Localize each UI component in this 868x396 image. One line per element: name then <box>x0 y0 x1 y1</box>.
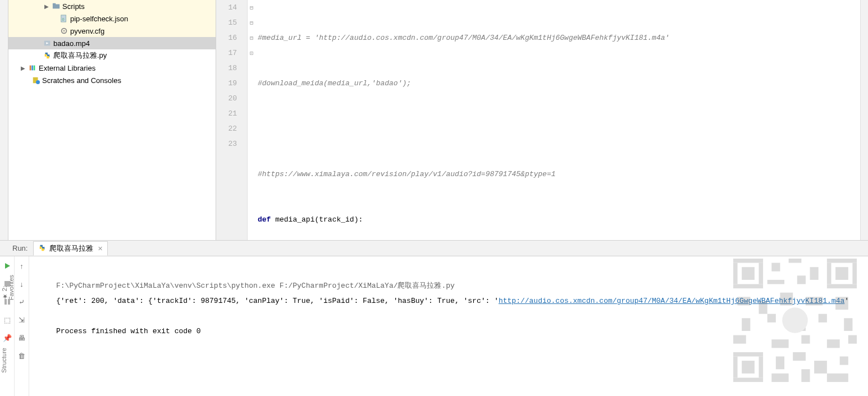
output-json-pre: {'ret': 200, 'data': {'trackId': 9879174… <box>56 297 499 305</box>
svg-rect-41 <box>768 314 776 323</box>
svg-rect-46 <box>771 339 788 348</box>
svg-rect-45 <box>733 335 746 344</box>
tree-item-crawler[interactable]: 爬取喜马拉雅.py <box>8 49 216 62</box>
svg-rect-0 <box>53 4 60 9</box>
svg-rect-53 <box>840 356 848 365</box>
svg-rect-13 <box>4 299 7 305</box>
python-file-icon <box>38 244 46 254</box>
close-icon[interactable]: ✕ <box>98 245 103 252</box>
output-exec-path: F:\PyCharmProject\XiMaLaYa\venv\Scripts\… <box>56 282 455 290</box>
svg-rect-54 <box>771 374 788 382</box>
code-editor[interactable]: 14151617181920212223 ⊟⊟⊟⊡ #media_url = '… <box>216 0 868 240</box>
cfg-file-icon <box>59 26 69 35</box>
tree-item-pip[interactable]: {} pip-selfcheck.json <box>8 12 216 25</box>
svg-rect-25 <box>733 352 763 357</box>
svg-rect-33 <box>768 280 784 284</box>
line-gutter: 14151617181920212223 <box>216 0 248 240</box>
rerun-button[interactable] <box>2 261 12 271</box>
tree-label: pyvenv.cfg <box>69 27 104 35</box>
svg-rect-47 <box>801 335 810 344</box>
project-tree[interactable]: ▶ Scripts {} pip-selfcheck.json pyvenv.c… <box>8 0 216 240</box>
svg-rect-20 <box>827 259 857 263</box>
trash-button[interactable]: 🗑 <box>17 351 27 361</box>
editor-scrollbar[interactable] <box>860 0 868 240</box>
down-button[interactable]: ↓ <box>17 279 27 289</box>
svg-rect-14 <box>8 299 10 305</box>
run-tool-column: ⬚ 📌 ↑ ↓ ⤶ ⇲ 🖶 🗑 <box>0 256 29 396</box>
run-panel-header: Run: 爬取喜马拉雅 ✕ <box>0 241 868 256</box>
svg-rect-28 <box>733 377 763 382</box>
tree-item-badao[interactable]: badao.mp4 <box>8 37 216 49</box>
python-file-icon <box>42 51 52 60</box>
svg-rect-44 <box>844 318 852 331</box>
svg-rect-19 <box>742 267 755 280</box>
tree-label: pip-selfcheck.json <box>69 15 128 23</box>
svg-rect-40 <box>742 318 750 331</box>
tree-label: External Libraries <box>38 64 95 72</box>
svg-point-11 <box>36 80 40 84</box>
pause-button[interactable] <box>2 297 12 307</box>
json-file-icon: {} <box>59 14 69 23</box>
wrap-button[interactable]: ⤶ <box>17 297 27 307</box>
run-tab[interactable]: 爬取喜马拉雅 ✕ <box>33 241 108 256</box>
svg-rect-24 <box>835 267 848 280</box>
run-panel: Run: 爬取喜马拉雅 ✕ ⬚ 📌 ↑ ↓ ⤶ <box>0 240 868 396</box>
run-tab-label: 爬取喜马拉雅 <box>46 243 93 254</box>
up-button[interactable]: ↑ <box>17 261 27 271</box>
svg-rect-18 <box>733 284 763 289</box>
tree-item-scratches[interactable]: Scratches and Consoles <box>8 74 216 86</box>
svg-rect-17 <box>759 263 764 284</box>
tree-item-pyvenv[interactable]: pyvenv.cfg <box>8 25 216 37</box>
svg-rect-22 <box>852 263 857 284</box>
svg-rect-36 <box>759 301 768 314</box>
output-exit-line: Process finished with exit code 0 <box>56 327 200 335</box>
folder-icon <box>51 2 61 11</box>
tree-item-scripts[interactable]: ▶ Scripts <box>8 0 216 12</box>
left-tool-strip: ★ 2: Favorites Structure <box>0 0 8 240</box>
svg-rect-9 <box>34 66 35 71</box>
dump-button[interactable]: ⬚ <box>2 315 12 325</box>
svg-rect-21 <box>827 263 832 284</box>
svg-rect-7 <box>30 66 31 71</box>
code-area[interactable]: #media_url = 'http://audio.cos.xmcdn.com… <box>255 0 860 240</box>
svg-rect-27 <box>759 356 764 377</box>
svg-rect-31 <box>789 259 802 263</box>
svg-rect-15 <box>733 259 763 263</box>
pin-button[interactable]: 📌 <box>2 333 12 343</box>
svg-rect-49 <box>848 335 857 344</box>
svg-rect-52 <box>814 361 827 374</box>
chevron-right-icon[interactable]: ▶ <box>42 3 51 10</box>
svg-rect-12 <box>4 281 10 287</box>
scratches-icon <box>31 76 41 85</box>
svg-rect-38 <box>806 297 823 305</box>
libraries-icon <box>28 63 38 72</box>
svg-rect-32 <box>810 267 819 280</box>
svg-rect-37 <box>780 293 793 306</box>
svg-rect-26 <box>733 356 738 377</box>
stop-button[interactable] <box>2 279 12 289</box>
svg-rect-34 <box>797 275 806 284</box>
svg-rect-29 <box>742 361 755 374</box>
svg-rect-55 <box>801 369 810 382</box>
svg-rect-35 <box>738 297 751 305</box>
tree-label: 爬取喜马拉雅.py <box>52 50 107 61</box>
svg-rect-30 <box>771 263 780 271</box>
tree-label: badao.mp4 <box>52 39 90 48</box>
svg-rect-51 <box>793 352 806 361</box>
svg-rect-50 <box>776 356 784 369</box>
svg-rect-43 <box>819 314 827 323</box>
qr-watermark <box>733 259 857 382</box>
video-file-icon <box>42 39 52 48</box>
svg-rect-16 <box>733 263 738 284</box>
run-label: Run: <box>0 244 33 252</box>
svg-text:{}: {} <box>62 17 65 21</box>
svg-rect-48 <box>827 339 840 348</box>
scroll-button[interactable]: ⇲ <box>17 315 27 325</box>
svg-rect-8 <box>31 66 33 71</box>
fold-column[interactable]: ⊟⊟⊟⊡ <box>248 0 255 240</box>
print-button[interactable]: 🖶 <box>17 333 27 343</box>
svg-point-57 <box>782 307 808 333</box>
tree-item-ext-libs[interactable]: ▶ External Libraries <box>8 62 216 74</box>
svg-rect-23 <box>827 284 857 289</box>
chevron-right-icon[interactable]: ▶ <box>19 65 28 71</box>
